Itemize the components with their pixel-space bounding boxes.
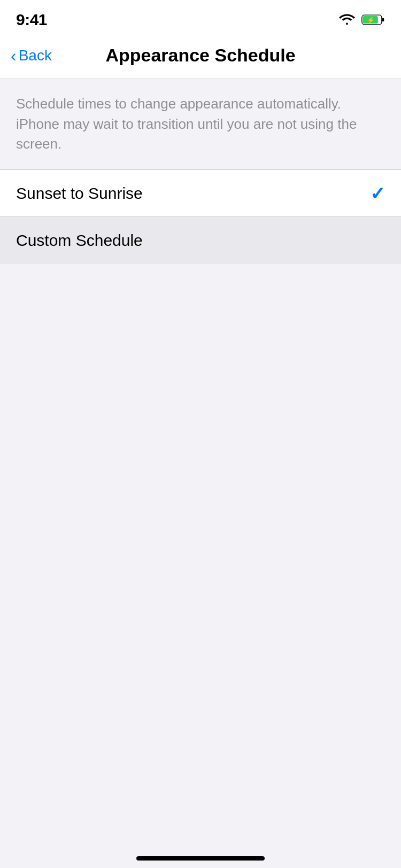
back-label: Back <box>19 47 52 64</box>
status-time: 9:41 <box>16 11 47 29</box>
page-title: Appearance Schedule <box>105 45 295 66</box>
description-text: Schedule times to change appearance auto… <box>16 94 385 154</box>
wifi-icon <box>338 12 356 28</box>
nav-bar: ‹ Back Appearance Schedule <box>0 32 401 79</box>
back-chevron-icon: ‹ <box>11 47 17 64</box>
list-section: Sunset to Sunrise ✓ Custom Schedule <box>0 170 401 264</box>
list-item-custom-schedule[interactable]: Custom Schedule <box>0 217 401 264</box>
list-item-sunset-to-sunrise[interactable]: Sunset to Sunrise ✓ <box>0 170 401 217</box>
description-section: Schedule times to change appearance auto… <box>0 79 401 170</box>
home-indicator <box>136 856 265 861</box>
custom-schedule-label: Custom Schedule <box>16 231 143 250</box>
back-button[interactable]: ‹ Back <box>11 47 52 64</box>
battery-icon: ⚡ <box>361 13 385 26</box>
status-icons: ⚡ <box>338 12 385 28</box>
svg-text:⚡: ⚡ <box>367 16 375 25</box>
svg-rect-3 <box>382 18 384 21</box>
sunset-to-sunrise-label: Sunset to Sunrise <box>16 184 143 203</box>
checkmark-icon: ✓ <box>370 183 385 204</box>
status-bar: 9:41 ⚡ <box>0 0 401 32</box>
